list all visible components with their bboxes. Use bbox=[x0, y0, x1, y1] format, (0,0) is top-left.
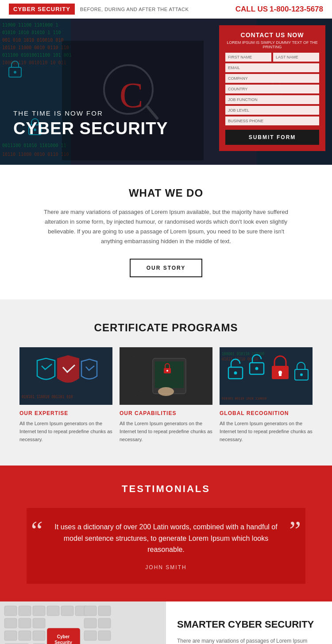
svg-text:11000  11100    1101000    1: 11000 11100 1101000 1 bbox=[2, 23, 58, 27]
smarter-security-text-box: SMARTER CYBER SECURITY There are many va… bbox=[166, 601, 332, 644]
cert-card-recognition-title: GLOBAL RECOGNITION bbox=[220, 410, 313, 416]
capabilities-illustration bbox=[120, 347, 212, 405]
testimonial-author: JOHN SMITH bbox=[49, 564, 283, 570]
job-level-row bbox=[225, 106, 319, 115]
cert-card-capabilities: OUR CAPABILITIES All the Lorem Ipsum gen… bbox=[120, 347, 212, 443]
svg-rect-54 bbox=[61, 606, 73, 616]
contact-form-subtitle: LOREM IPSUM IS SIMPLY DUMMY TEXT OF THE … bbox=[225, 40, 319, 49]
cert-grid: 010101 110010 001101 010 OUR EXPERTISE A… bbox=[13, 347, 319, 443]
svg-point-31 bbox=[166, 370, 168, 372]
svg-rect-69 bbox=[98, 618, 111, 628]
cert-card-expertise-text: All the Lorem Ipsum generators on the In… bbox=[19, 420, 112, 443]
testimonials-section: TESTIMONIALS “ It uses a dictionary of o… bbox=[0, 466, 332, 601]
svg-rect-52 bbox=[33, 606, 45, 616]
svg-rect-56 bbox=[4, 618, 17, 628]
smarter-security-text: There are many variations of passages of… bbox=[177, 636, 321, 644]
our-story-button[interactable]: OUR STORY bbox=[130, 259, 203, 277]
svg-text:Cyber: Cyber bbox=[57, 634, 69, 639]
hero-title: CYBER SECURITY bbox=[13, 120, 168, 138]
email-row bbox=[225, 63, 319, 72]
job-function-row bbox=[225, 95, 319, 104]
name-row bbox=[225, 53, 319, 62]
cert-card-recognition: 100001 010110 110100 01011 10110 00110 bbox=[220, 347, 313, 443]
cert-card-expertise-title: OUR EXPERTISE bbox=[19, 410, 112, 416]
svg-rect-44 bbox=[279, 372, 282, 376]
cert-programs-title: CERTIFICATE PROGRAMS bbox=[13, 322, 319, 334]
cert-card-capabilities-text: All the Lorem Ipsum generators on the In… bbox=[120, 420, 212, 443]
expertise-illustration: 010101 110010 001101 010 bbox=[19, 347, 112, 405]
recognition-illustration: 100001 010110 110100 01011 10110 00110 bbox=[220, 347, 313, 405]
cert-card-capabilities-title: OUR CAPABILITIES bbox=[120, 410, 212, 416]
cert-img-expertise: 010101 110010 001101 010 bbox=[19, 347, 112, 405]
cert-img-capabilities bbox=[120, 347, 212, 405]
keyboard-cyber-svg: Cyber Security bbox=[0, 601, 166, 644]
svg-rect-72 bbox=[84, 631, 97, 640]
last-name-input[interactable] bbox=[273, 53, 319, 62]
quote-left-icon: “ bbox=[31, 517, 43, 543]
cert-card-expertise: 010101 110010 001101 010 OUR EXPERTISE A… bbox=[19, 347, 112, 443]
what-we-do-title: WHAT WE DO bbox=[27, 187, 305, 199]
country-row bbox=[225, 85, 319, 93]
svg-text:010101 00110 1010 110010: 010101 00110 1010 110010 bbox=[222, 397, 266, 400]
svg-text:0011100  01010 1101000  11: 0011100 01010 1101000 11 bbox=[2, 143, 66, 148]
what-we-do-section: WHAT WE DO There are many variations of … bbox=[0, 165, 332, 299]
hero-section: 11000 11100 1101000 1 01010 1010 01010 1… bbox=[0, 19, 332, 165]
quote-right-icon: ” bbox=[289, 517, 301, 543]
svg-point-41 bbox=[255, 367, 259, 370]
svg-text:Security: Security bbox=[54, 640, 72, 644]
phone-number[interactable]: 1-800-123-5678 bbox=[270, 5, 323, 13]
svg-rect-60 bbox=[4, 631, 17, 640]
svg-rect-50 bbox=[4, 606, 17, 616]
testimonial-text: It uses a dictionary of over 200 Latin w… bbox=[49, 521, 283, 555]
job-function-input[interactable] bbox=[225, 95, 319, 104]
svg-point-14 bbox=[14, 71, 16, 74]
svg-text:10110 11000 0010 0110 110: 10110 11000 0010 0110 110 bbox=[2, 152, 69, 157]
what-we-do-description: There are many variations of passages of… bbox=[38, 207, 294, 246]
keyboard-cyber-image: Cyber Security bbox=[0, 601, 166, 644]
submit-button[interactable]: SUBMIT FORM bbox=[225, 130, 319, 145]
svg-text:10110 11000 0010 0110 110: 10110 11000 0010 0110 110 bbox=[2, 45, 69, 50]
svg-rect-73 bbox=[98, 631, 111, 640]
cert-card-recognition-text: All the Lorem Ipsum generators on the In… bbox=[220, 420, 313, 443]
svg-rect-61 bbox=[19, 631, 31, 640]
svg-text:011100  01010011100 101 001: 011100 01010011100 101 001 bbox=[2, 53, 72, 58]
brand-badge: CYBER SECURITY bbox=[9, 4, 75, 15]
business-phone-input[interactable] bbox=[225, 116, 319, 125]
email-input[interactable] bbox=[225, 63, 319, 72]
svg-point-46 bbox=[300, 373, 303, 376]
svg-rect-58 bbox=[33, 618, 45, 628]
svg-rect-51 bbox=[19, 606, 31, 616]
contact-form-title: CONTACT US NOW bbox=[225, 31, 319, 39]
hero-content: THE TIME IS NOW FOR CYBER SECURITY bbox=[13, 109, 168, 138]
svg-text:C: C bbox=[120, 76, 143, 115]
svg-point-39 bbox=[234, 372, 237, 375]
svg-rect-71 bbox=[98, 606, 111, 616]
job-level-input[interactable] bbox=[225, 106, 319, 115]
smarter-security-title: SMARTER CYBER SECURITY bbox=[177, 619, 321, 630]
company-row bbox=[225, 74, 319, 83]
hero-subtitle: THE TIME IS NOW FOR bbox=[13, 109, 168, 117]
svg-point-32 bbox=[158, 387, 174, 396]
business-phone-row bbox=[225, 116, 319, 125]
first-name-input[interactable] bbox=[225, 53, 271, 62]
country-input[interactable] bbox=[225, 85, 319, 93]
svg-rect-53 bbox=[47, 606, 59, 616]
company-input[interactable] bbox=[225, 74, 319, 83]
header-tagline: BEFORE, DURING AND AFTER THE ATTACK bbox=[80, 7, 189, 12]
call-label: CALL US bbox=[235, 5, 268, 13]
testimonial-content: “ It uses a dictionary of over 200 Latin… bbox=[27, 508, 305, 584]
cert-img-recognition: 100001 010110 110100 01011 10110 00110 bbox=[220, 347, 313, 405]
contact-form-box: CONTACT US NOW LOREM IPSUM IS SIMPLY DUM… bbox=[219, 25, 325, 151]
svg-text:01010  1010  01010  1   110: 01010 1010 01010 1 110 bbox=[2, 30, 61, 35]
svg-text:010101 110010 001101 010: 010101 110010 001101 010 bbox=[22, 395, 73, 399]
svg-rect-57 bbox=[19, 618, 31, 628]
testimonials-title: TESTIMONIALS bbox=[27, 483, 305, 495]
header-phone-container: CALL US 1-800-123-5678 bbox=[235, 5, 323, 14]
site-header: CYBER SECURITY BEFORE, DURING AND AFTER … bbox=[0, 0, 332, 19]
svg-rect-62 bbox=[33, 631, 45, 640]
svg-rect-68 bbox=[84, 618, 97, 628]
header-left: CYBER SECURITY BEFORE, DURING AND AFTER … bbox=[9, 4, 189, 15]
cert-programs-section: CERTIFICATE PROGRAMS bbox=[0, 299, 332, 466]
svg-text:001 010 1010 010010 010: 001 010 1010 010010 010 bbox=[2, 38, 63, 43]
bottom-sections: Cyber Security SMARTER CYBER SECURITY Th… bbox=[0, 601, 332, 644]
